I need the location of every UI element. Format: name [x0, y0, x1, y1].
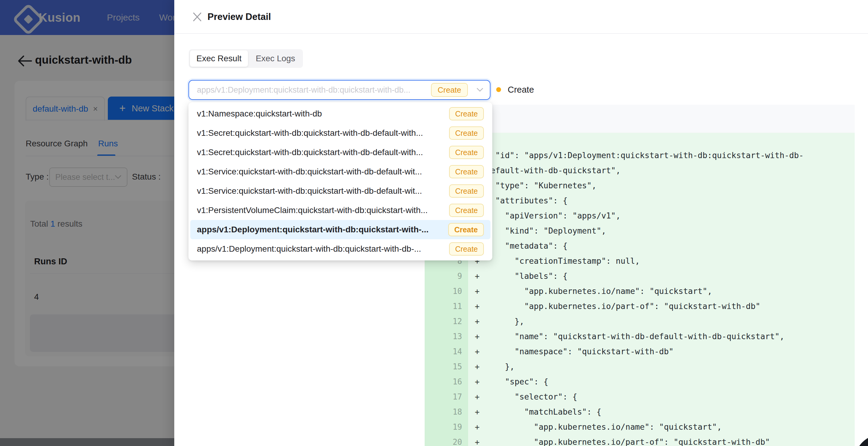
added-marker: + — [468, 435, 486, 446]
code-text: "id": "apps/v1:Deployment:quickstart-wit… — [486, 148, 855, 163]
exec-segmented-control: Exec Result Exec Logs — [189, 49, 303, 68]
code-text: { — [486, 133, 855, 148]
diff-row: 20+ "app.kubernetes.io/part-of": "quicks… — [425, 435, 855, 446]
added-marker: + — [468, 329, 486, 344]
added-marker: + — [468, 344, 486, 359]
code-text: default-with-db-quickstart", — [486, 163, 855, 178]
dropdown-option[interactable]: v1:PersistentVolumeClaim:quickstart-with… — [190, 201, 491, 220]
line-number: 16 — [425, 374, 468, 389]
code-text: "apiVersion": "apps/v1", — [486, 208, 855, 223]
code-text: "kind": "Deployment", — [486, 223, 855, 238]
line-number: 14 — [425, 344, 468, 359]
line-number: 18 — [425, 404, 468, 419]
create-tag: Create — [449, 184, 484, 198]
added-marker: + — [468, 284, 486, 299]
added-marker: + — [468, 419, 486, 435]
code-text: "app.kubernetes.io/part-of": "quickstart… — [486, 435, 855, 446]
code-text: "labels": { — [486, 269, 855, 284]
dropdown-option[interactable]: apps/v1:Deployment:quickstart-with-db:qu… — [190, 220, 491, 239]
close-icon[interactable] — [192, 11, 203, 22]
added-marker: + — [468, 389, 486, 404]
create-tag: Create — [449, 146, 484, 159]
tab-exec-logs[interactable]: Exec Logs — [249, 49, 302, 68]
dropdown-option[interactable]: apps/v1:Deployment:quickstart-with-db:qu… — [190, 239, 491, 259]
line-number: 20 — [425, 435, 468, 446]
code-text: "metadata": { — [486, 238, 855, 253]
code-text: "matchLabels": { — [486, 404, 855, 419]
dropdown-option[interactable]: v1:Secret:quickstart-with-db:quickstart-… — [190, 124, 491, 143]
code-text: "app.kubernetes.io/name": "quickstart", — [486, 284, 855, 299]
added-marker: + — [468, 374, 486, 389]
option-label: v1:PersistentVolumeClaim:quickstart-with… — [197, 206, 428, 215]
screen: Kusion ProjectsWorkspaces quickstart-wit… — [0, 0, 868, 446]
dropdown-option[interactable]: v1:Secret:quickstart-with-db:quickstart-… — [190, 143, 491, 162]
create-tag: Create — [449, 204, 484, 217]
diff-row: 16+ "spec": { — [425, 374, 855, 389]
diff-row: 17+ "selector": { — [425, 389, 855, 404]
line-number: 12 — [425, 314, 468, 329]
create-tag: Create — [449, 107, 484, 121]
diff-row: 12+ }, — [425, 314, 855, 329]
create-tag: Create — [449, 165, 484, 178]
code-text: "name": "quickstart-with-db-default-with… — [486, 329, 855, 344]
code-text: "type": "Kubernetes", — [486, 178, 855, 193]
diff-row: 14+ "namespace": "quickstart-with-db" — [425, 344, 855, 359]
code-text: "namespace": "quickstart-with-db" — [486, 344, 855, 359]
dropdown-option[interactable]: v1:Namespace:quickstart-with-dbCreate — [190, 104, 491, 124]
diff-row: 15+ }, — [425, 359, 855, 374]
option-label: v1:Namespace:quickstart-with-db — [197, 109, 322, 118]
option-label: v1:Secret:quickstart-with-db:quickstart-… — [197, 128, 423, 138]
code-text: }, — [486, 359, 855, 374]
resource-select[interactable]: apps/v1:Deployment:quickstart-with-db:qu… — [188, 80, 491, 100]
create-tag: Create — [448, 223, 484, 236]
create-tag: Create — [431, 83, 468, 97]
code-text: "app.kubernetes.io/part-of": "quickstart… — [486, 299, 855, 314]
create-tag: Create — [449, 242, 484, 255]
diff-row: 18+ "matchLabels": { — [425, 404, 855, 419]
dropdown-option[interactable]: v1:Service:quickstart-with-db:quickstart… — [190, 181, 491, 201]
line-number: 10 — [425, 284, 468, 299]
option-label: v1:Secret:quickstart-with-db:quickstart-… — [197, 147, 423, 157]
diff-row: 9+ "labels": { — [425, 269, 855, 284]
status-label: Create — [508, 85, 534, 95]
added-marker: + — [468, 359, 486, 374]
diff-row: 10+ "app.kubernetes.io/name": "quickstar… — [425, 284, 855, 299]
line-number: 11 — [425, 299, 468, 314]
status-dot-icon — [496, 87, 501, 92]
chevron-down-icon — [476, 88, 483, 92]
added-marker: + — [468, 314, 486, 329]
added-marker: + — [468, 404, 486, 419]
line-number: 17 — [425, 389, 468, 404]
line-number: 19 — [425, 419, 468, 435]
added-marker: + — [468, 269, 486, 284]
diff-row: 13+ "name": "quickstart-with-db-default-… — [425, 329, 855, 344]
diff-row: 19+ "app.kubernetes.io/name": "quickstar… — [425, 419, 855, 435]
code-text: "creationTimestamp": null, — [486, 253, 855, 269]
option-label: apps/v1:Deployment:quickstart-with-db:qu… — [197, 244, 421, 254]
code-text: "selector": { — [486, 389, 855, 404]
drawer-title: Preview Detail — [208, 11, 271, 22]
code-text: "attributes": { — [486, 193, 855, 208]
option-label: v1:Service:quickstart-with-db:quickstart… — [197, 167, 422, 176]
tab-exec-result[interactable]: Exec Result — [190, 50, 248, 67]
resource-select-value: apps/v1:Deployment:quickstart-with-db:qu… — [197, 85, 431, 95]
added-marker: + — [468, 299, 486, 314]
line-number: 9 — [425, 269, 468, 284]
diff-row: 11+ "app.kubernetes.io/part-of": "quicks… — [425, 299, 855, 314]
line-number: 15 — [425, 359, 468, 374]
dropdown-option[interactable]: v1:Service:quickstart-with-db:quickstart… — [190, 162, 491, 181]
line-number: 13 — [425, 329, 468, 344]
resource-status: Create — [496, 80, 534, 100]
drawer-header-divider — [174, 33, 868, 34]
code-text: "app.kubernetes.io/name": "quickstart", — [486, 419, 855, 435]
code-text: }, — [486, 314, 855, 329]
option-label: v1:Service:quickstart-with-db:quickstart… — [197, 186, 422, 196]
code-text: "spec": { — [486, 374, 855, 389]
create-tag: Create — [449, 127, 484, 140]
option-label: apps/v1:Deployment:quickstart-with-db:qu… — [197, 225, 429, 235]
resource-dropdown: v1:Namespace:quickstart-with-dbCreatev1:… — [188, 102, 492, 261]
